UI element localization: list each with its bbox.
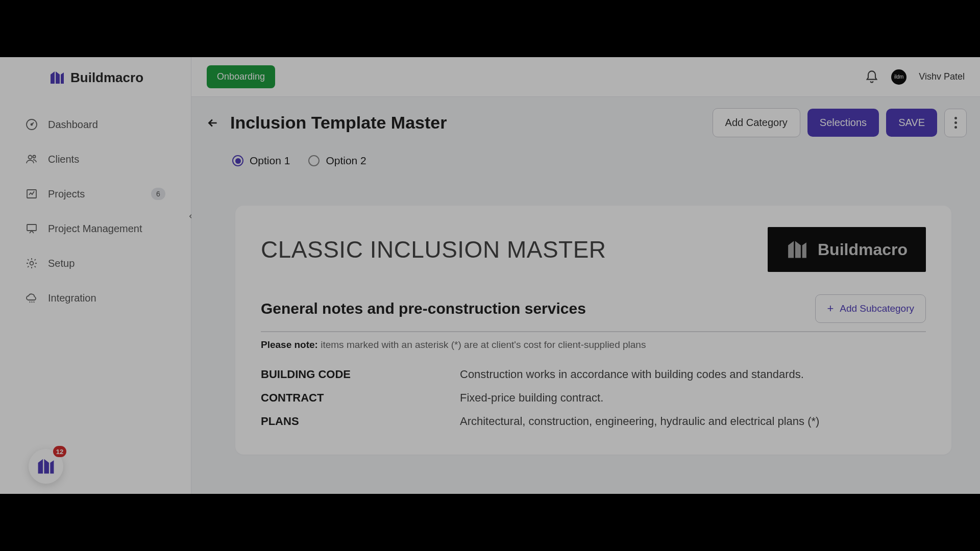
more-menu-button[interactable] <box>944 109 967 137</box>
sidebar-item-integration[interactable]: Integration <box>0 281 191 315</box>
top-header: Onboarding ildm Vishv Patel <box>191 57 980 97</box>
kebab-icon <box>954 117 957 129</box>
users-icon <box>24 152 39 166</box>
sidebar-item-setup[interactable]: Setup <box>0 246 191 281</box>
notification-count: 12 <box>53 446 66 457</box>
item-key: BUILDING CODE <box>261 368 460 381</box>
onboarding-button[interactable]: Onboarding <box>207 65 275 88</box>
item-key: CONTRACT <box>261 391 460 405</box>
back-arrow-icon[interactable] <box>205 115 221 131</box>
sidebar-item-dashboard[interactable]: Dashboard <box>0 107 191 142</box>
item-row: PLANS Architectural, construction, engin… <box>261 410 926 433</box>
radio-option-2[interactable]: Option 2 <box>308 155 366 167</box>
item-val: Construction works in accordance with bu… <box>460 368 926 381</box>
radio-icon <box>232 155 243 166</box>
sidebar-item-label: Projects <box>48 188 85 200</box>
gauge-icon <box>24 117 39 132</box>
item-key: PLANS <box>261 415 460 428</box>
sidebar-item-label: Project Management <box>48 223 142 235</box>
presentation-icon <box>24 221 39 236</box>
item-row: CONTRACT Fixed-price building contract. <box>261 386 926 410</box>
item-val: Architectural, construction, engineering… <box>460 415 926 428</box>
inclusion-card: CLASSIC INCLUSION MASTER Buildmacro Gene… <box>235 206 951 455</box>
sidebar-item-label: Integration <box>48 292 96 304</box>
note-prefix: Please note: <box>261 339 318 350</box>
note-line: Please note: items marked with an asteri… <box>261 339 926 350</box>
sidebar-item-label: Clients <box>48 154 79 165</box>
main-content: Inclusion Template Master Add Category S… <box>191 97 980 494</box>
username: Vishv Patel <box>919 71 965 82</box>
viewport: Buildmacro Dashboard Clients Projects <box>0 57 980 494</box>
nav: Dashboard Clients Projects 6 Project Ma <box>0 102 191 320</box>
page-title: Inclusion Template Master <box>230 113 447 133</box>
sidebar-item-label: Setup <box>48 258 75 269</box>
cloud-icon <box>24 291 39 305</box>
logo-icon <box>49 69 65 86</box>
card-title: CLASSIC INCLUSION MASTER <box>261 236 606 263</box>
card-title-row: CLASSIC INCLUSION MASTER Buildmacro <box>261 227 926 272</box>
plus-icon: + <box>827 302 834 315</box>
section-header: General notes and pre-construction servi… <box>261 294 926 332</box>
add-subcategory-button[interactable]: + Add Subcategory <box>815 294 926 323</box>
sidebar-item-label: Dashboard <box>48 119 98 131</box>
bell-icon[interactable] <box>865 70 879 84</box>
header-right: ildm Vishv Patel <box>865 69 965 85</box>
item-val: Fixed-price building contract. <box>460 391 926 405</box>
radio-icon <box>308 155 320 166</box>
floating-notification-button[interactable]: 12 <box>29 449 63 484</box>
letterbox-top <box>0 0 980 57</box>
projects-badge: 6 <box>151 188 165 200</box>
sidebar-item-clients[interactable]: Clients <box>0 142 191 177</box>
svg-point-6 <box>30 262 34 265</box>
logo[interactable]: Buildmacro <box>0 57 191 102</box>
brand-block: Buildmacro <box>768 227 926 272</box>
selections-button[interactable]: Selections <box>807 109 879 137</box>
sidebar-item-project-management[interactable]: Project Management <box>0 211 191 246</box>
radio-label: Option 2 <box>326 155 366 167</box>
radio-option-1[interactable]: Option 1 <box>232 155 290 167</box>
add-subcategory-label: Add Subcategory <box>840 303 914 314</box>
save-button[interactable]: SAVE <box>886 109 937 137</box>
items-list: BUILDING CODE Construction works in acco… <box>261 363 926 433</box>
option-radio-group: Option 1 Option 2 <box>205 147 967 187</box>
svg-point-2 <box>29 156 32 159</box>
letterbox-bottom <box>0 494 980 551</box>
note-text: items marked with an asterisk (*) are at… <box>318 339 646 350</box>
section-title: General notes and pre-construction servi… <box>261 300 586 317</box>
page-actions: Add Category Selections SAVE <box>713 108 967 137</box>
logo-text: Buildmacro <box>70 70 143 86</box>
page-header: Inclusion Template Master Add Category S… <box>205 108 967 137</box>
radio-label: Option 1 <box>250 155 290 167</box>
svg-point-1 <box>31 124 33 126</box>
chart-icon <box>24 187 39 201</box>
sidebar-item-projects[interactable]: Projects 6 <box>0 177 191 211</box>
svg-rect-5 <box>27 224 36 231</box>
gear-icon <box>24 256 39 270</box>
brand-text: Buildmacro <box>818 240 908 259</box>
item-row: BUILDING CODE Construction works in acco… <box>261 363 926 386</box>
add-category-button[interactable]: Add Category <box>713 108 800 137</box>
svg-point-3 <box>33 156 36 158</box>
sidebar: Buildmacro Dashboard Clients Projects <box>0 57 191 494</box>
avatar[interactable]: ildm <box>891 69 906 85</box>
